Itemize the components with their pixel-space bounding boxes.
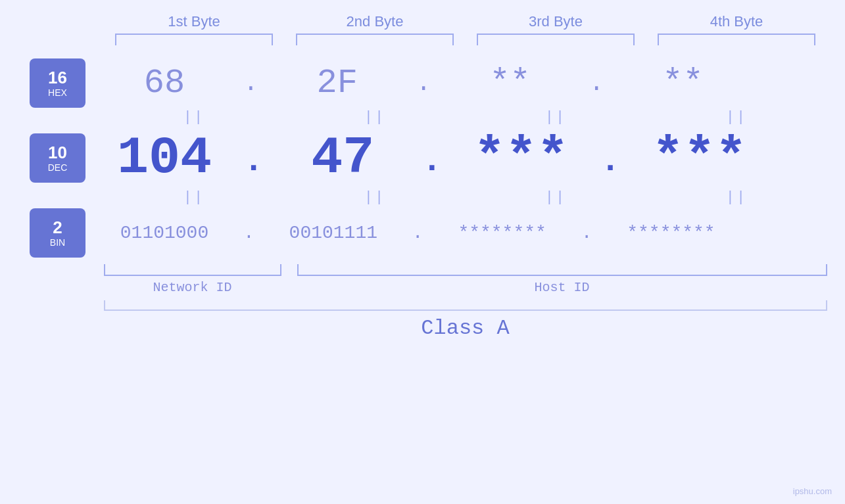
- hex-badge-num: 16: [48, 68, 67, 87]
- dbar5: ||: [115, 189, 273, 206]
- bin-dot-2: .: [412, 223, 423, 243]
- dbar3: ||: [477, 109, 635, 126]
- main-container: 1st Byte 2nd Byte 3rd Byte 4th Byte 16 H…: [0, 0, 845, 504]
- dbar6: ||: [296, 189, 454, 206]
- bin-val-4: ********: [592, 223, 750, 243]
- bin-badge-label: BIN: [50, 237, 65, 248]
- byte-headers: 1st Byte 2nd Byte 3rd Byte 4th Byte: [104, 13, 827, 30]
- byte1-header: 1st Byte: [115, 13, 273, 30]
- hex-dot-1: .: [243, 69, 258, 97]
- bottom-bracket-section: Network ID Host ID: [104, 264, 827, 295]
- class-outer-bracket: [104, 300, 827, 311]
- bottom-brackets: [104, 264, 827, 276]
- dec-val-2: 47: [264, 128, 422, 188]
- bottom-labels: Network ID Host ID: [104, 280, 827, 295]
- dec-val-3: ***: [442, 128, 600, 188]
- dec-badge-label: DEC: [48, 162, 68, 173]
- bin-val-3: ********: [423, 223, 581, 243]
- hex-badge: 16 HEX: [30, 58, 85, 108]
- dec-val-1: 104: [85, 128, 243, 188]
- bin-val-1: 01101000: [85, 223, 243, 243]
- watermark: ipshu.com: [793, 486, 832, 496]
- dec-values: 104 . 47 . *** . ***: [85, 128, 845, 188]
- dec-dot-2: .: [422, 142, 442, 181]
- dbar4: ||: [658, 109, 815, 126]
- bin-val-2: 00101111: [254, 223, 412, 243]
- dec-dot-1: .: [243, 142, 264, 181]
- bin-dot-3: .: [581, 223, 592, 243]
- hex-val-3: **: [431, 64, 589, 103]
- hex-badge-label: HEX: [48, 87, 67, 98]
- hex-dot-2: .: [416, 69, 431, 97]
- hex-val-4: **: [604, 64, 761, 103]
- bracket-byte2: [296, 34, 454, 45]
- dbar-dec-bin: || || || ||: [104, 189, 827, 206]
- top-brackets: [104, 34, 827, 45]
- hex-val-2: 2F: [258, 64, 416, 103]
- dec-badge: 10 DEC: [30, 133, 85, 183]
- bracket-byte1: [115, 34, 273, 45]
- bin-badge: 2 BIN: [30, 208, 85, 258]
- network-id-label: Network ID: [104, 280, 281, 295]
- dbar-hex-dec: || || || ||: [104, 109, 827, 126]
- dbar2: ||: [296, 109, 454, 126]
- bin-row: 2 BIN 01101000 . 00101111 . ******** . *…: [0, 208, 845, 258]
- byte2-header: 2nd Byte: [296, 13, 454, 30]
- hex-dot-3: .: [589, 69, 604, 97]
- hex-val-1: 68: [85, 64, 243, 103]
- bin-badge-num: 2: [53, 218, 62, 237]
- dbar8: ||: [658, 189, 815, 206]
- dec-dot-3: .: [600, 142, 620, 181]
- dbar7: ||: [477, 189, 635, 206]
- dbar1: ||: [115, 109, 273, 126]
- bracket-gap: [281, 264, 297, 276]
- bin-values: 01101000 . 00101111 . ******** . *******…: [85, 223, 845, 243]
- class-label: Class A: [104, 316, 827, 340]
- hex-values: 68 . 2F . ** . **: [85, 64, 845, 103]
- host-id-label: Host ID: [297, 280, 827, 295]
- label-gap: [281, 280, 297, 295]
- bin-dot-1: .: [243, 223, 254, 243]
- class-section: Class A: [104, 300, 827, 340]
- dec-row: 10 DEC 104 . 47 . *** . ***: [0, 128, 845, 188]
- net-id-bracket: [104, 264, 281, 276]
- byte4-header: 4th Byte: [658, 13, 815, 30]
- dec-val-4: ***: [621, 128, 779, 188]
- bracket-byte4: [658, 34, 815, 45]
- dec-badge-num: 10: [48, 143, 67, 162]
- bracket-byte3: [477, 34, 635, 45]
- hex-row: 16 HEX 68 . 2F . ** . **: [0, 58, 845, 108]
- host-id-bracket: [297, 264, 827, 276]
- byte3-header: 3rd Byte: [477, 13, 635, 30]
